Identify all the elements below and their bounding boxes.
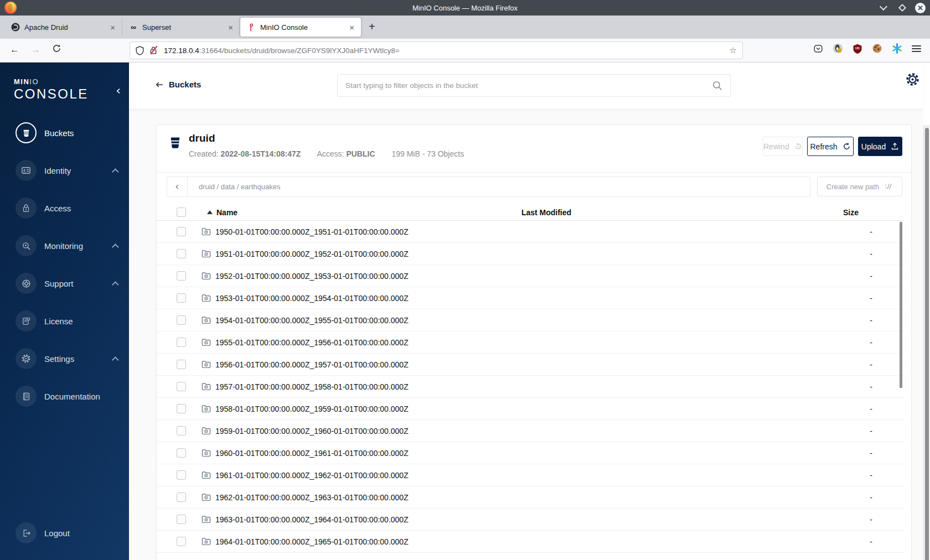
window-close-button[interactable]: ✕ <box>915 3 926 13</box>
search-input[interactable] <box>345 81 712 90</box>
sidebar-item-buckets[interactable]: Buckets <box>0 122 129 143</box>
bookmark-star-icon[interactable]: ☆ <box>730 45 737 55</box>
ublock-origin-icon[interactable]: UO <box>852 44 862 54</box>
rewind-button[interactable]: Rewind <box>763 137 803 156</box>
theme-asterisk-icon[interactable] <box>892 43 902 54</box>
chevron-up-icon[interactable] <box>112 243 119 251</box>
menu-hamburger-icon[interactable] <box>912 44 921 54</box>
chevron-up-icon[interactable] <box>112 281 119 288</box>
table-row[interactable]: 1954-01-01T00:00:00.000Z_1955-01-01T00:0… <box>157 309 905 331</box>
sidebar-item-monitoring[interactable]: Monitoring <box>0 235 129 256</box>
object-name[interactable]: 1957-01-01T00:00:00.000Z_1958-01-01T00:0… <box>215 382 409 391</box>
tab-apache-druid[interactable]: Apache Druid × <box>4 18 122 37</box>
row-checkbox[interactable] <box>177 404 186 413</box>
new-tab-button[interactable]: + <box>369 20 375 33</box>
sidebar-item-documentation[interactable]: Documentation <box>0 386 129 407</box>
tab-close-icon[interactable]: × <box>109 23 116 32</box>
tab-close-icon[interactable]: × <box>348 23 355 32</box>
row-checkbox[interactable] <box>177 448 186 458</box>
upload-button[interactable]: Upload <box>858 137 902 156</box>
table-row[interactable]: 1958-01-01T00:00:00.000Z_1959-01-01T00:0… <box>157 398 905 420</box>
object-name[interactable]: 1951-01-01T00:00:00.000Z_1952-01-01T00:0… <box>215 250 409 258</box>
table-row[interactable]: 1962-01-01T00:00:00.000Z_1963-01-01T00:0… <box>157 486 905 509</box>
column-header-last-modified[interactable]: Last Modified <box>463 208 629 217</box>
table-row[interactable]: 1953-01-01T00:00:00.000Z_1954-01-01T00:0… <box>157 287 905 309</box>
object-name[interactable]: 1962-01-01T00:00:00.000Z_1963-01-01T00:0… <box>215 493 409 502</box>
object-filter-search[interactable] <box>337 74 731 97</box>
row-checkbox[interactable] <box>177 515 186 524</box>
extension-privacy-badger-icon[interactable] <box>833 43 843 54</box>
object-name[interactable]: 1958-01-01T00:00:00.000Z_1959-01-01T00:0… <box>215 405 409 413</box>
sort-ascending-icon[interactable] <box>207 210 213 214</box>
page-scrollbar[interactable] <box>923 125 930 560</box>
column-header-name[interactable]: Name <box>216 208 237 217</box>
column-header-size[interactable]: Size <box>629 208 905 217</box>
sidebar-item-support[interactable]: Support <box>0 273 129 294</box>
pocket-icon[interactable] <box>813 44 823 54</box>
url-text[interactable]: 172.18.0.4:31664/buckets/druid/browse/ZG… <box>164 46 730 55</box>
refresh-button[interactable]: Refresh <box>807 137 854 156</box>
sidebar-item-access[interactable]: Access <box>0 198 129 219</box>
tab-superset[interactable]: ∞ Superset × <box>122 18 240 37</box>
create-new-path-button[interactable]: Create new path <box>817 177 902 196</box>
table-row[interactable]: 1960-01-01T00:00:00.000Z_1961-01-01T00:0… <box>157 442 905 464</box>
insecure-lock-icon[interactable] <box>149 46 158 55</box>
object-name[interactable]: 1963-01-01T00:00:00.000Z_1964-01-01T00:0… <box>215 515 409 524</box>
tracking-shield-icon[interactable] <box>136 46 144 55</box>
object-name[interactable]: 1959-01-01T00:00:00.000Z_1960-01-01T00:0… <box>215 427 409 435</box>
tab-close-icon[interactable]: × <box>227 23 234 32</box>
row-checkbox[interactable] <box>177 315 186 325</box>
back-to-buckets-link[interactable]: Buckets <box>155 80 201 89</box>
table-row[interactable]: 1956-01-01T00:00:00.000Z_1957-01-01T00:0… <box>157 354 905 376</box>
row-checkbox[interactable] <box>177 360 186 369</box>
sidebar-item-identity[interactable]: Identity <box>0 160 129 181</box>
forward-button[interactable]: → <box>31 44 40 55</box>
table-row[interactable]: 1959-01-01T00:00:00.000Z_1960-01-01T00:0… <box>157 420 905 442</box>
row-checkbox[interactable] <box>177 537 186 546</box>
table-row[interactable]: 1952-01-01T00:00:00.000Z_1953-01-01T00:0… <box>157 265 905 287</box>
table-row[interactable]: 1957-01-01T00:00:00.000Z_1958-01-01T00:0… <box>157 376 905 398</box>
object-name[interactable]: 1955-01-01T00:00:00.000Z_1956-01-01T00:0… <box>215 338 409 347</box>
sidebar-item-license[interactable]: License <box>0 310 129 331</box>
object-name[interactable]: 1960-01-01T00:00:00.000Z_1961-01-01T00:0… <box>215 449 409 458</box>
page-scrollbar-thumb[interactable] <box>925 128 929 560</box>
back-button[interactable]: ← <box>10 44 19 55</box>
object-name[interactable]: 1961-01-01T00:00:00.000Z_1962-01-01T00:0… <box>215 471 409 480</box>
breadcrumb[interactable]: druid / data / earthquakes <box>188 183 280 191</box>
object-name[interactable]: 1964-01-01T00:00:00.000Z_1965-01-01T00:0… <box>215 537 409 546</box>
row-checkbox[interactable] <box>177 271 186 281</box>
row-checkbox[interactable] <box>177 249 186 258</box>
table-row[interactable]: 1963-01-01T00:00:00.000Z_1964-01-01T00:0… <box>157 509 905 531</box>
cookie-extension-icon[interactable] <box>872 43 882 54</box>
sidebar-item-logout[interactable]: Logout <box>0 522 129 543</box>
table-row[interactable]: 1961-01-01T00:00:00.000Z_1962-01-01T00:0… <box>157 464 905 486</box>
object-name[interactable]: 1952-01-01T00:00:00.000Z_1953-01-01T00:0… <box>215 272 409 281</box>
console-settings-gear-icon[interactable] <box>905 72 920 87</box>
reload-button[interactable] <box>52 44 61 53</box>
window-minimize-button[interactable] <box>880 3 890 13</box>
tab-minio-console[interactable]: MinIO Console × <box>240 18 361 37</box>
row-checkbox[interactable] <box>177 426 186 435</box>
row-checkbox[interactable] <box>177 338 186 347</box>
window-maximize-button[interactable] <box>897 3 907 13</box>
object-name[interactable]: 1956-01-01T00:00:00.000Z_1957-01-01T00:0… <box>215 360 409 369</box>
table-row[interactable]: 1950-01-01T00:00:00.000Z_1951-01-01T00:0… <box>157 221 905 243</box>
row-checkbox[interactable] <box>177 293 186 303</box>
object-name[interactable]: 1953-01-01T00:00:00.000Z_1954-01-01T00:0… <box>215 294 409 303</box>
row-checkbox[interactable] <box>177 492 186 502</box>
chevron-up-icon[interactable] <box>112 168 119 175</box>
chevron-up-icon[interactable] <box>112 356 119 364</box>
sidebar-item-settings[interactable]: Settings <box>0 348 129 369</box>
table-row[interactable]: 1951-01-01T00:00:00.000Z_1952-01-01T00:0… <box>157 243 905 265</box>
object-name[interactable]: 1954-01-01T00:00:00.000Z_1955-01-01T00:0… <box>215 316 409 325</box>
table-scrollbar-thumb[interactable] <box>900 222 902 388</box>
url-bar[interactable]: 172.18.0.4:31664/buckets/druid/browse/ZG… <box>130 42 743 59</box>
select-all-checkbox[interactable] <box>177 208 186 217</box>
row-checkbox[interactable] <box>177 227 186 236</box>
object-name[interactable]: 1950-01-01T00:00:00.000Z_1951-01-01T00:0… <box>215 227 409 236</box>
table-row[interactable]: 1964-01-01T00:00:00.000Z_1965-01-01T00:0… <box>157 531 905 553</box>
sidebar-collapse-icon[interactable] <box>115 87 122 95</box>
row-checkbox[interactable] <box>177 382 186 391</box>
row-checkbox[interactable] <box>177 470 186 480</box>
path-back-chevron-icon[interactable] <box>167 177 188 196</box>
